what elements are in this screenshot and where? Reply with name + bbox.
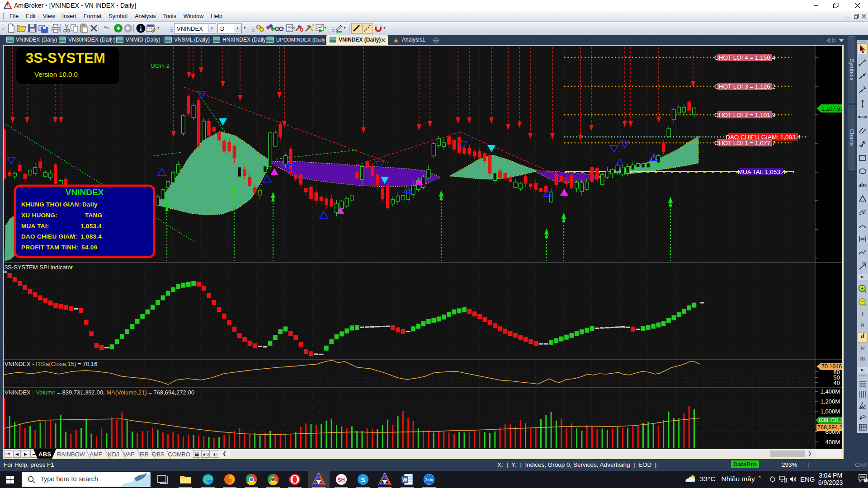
svg-text:i: i <box>140 25 142 32</box>
svg-text:3S-SYSTEM: 3S-SYSTEM <box>26 50 105 66</box>
svg-text:1,107.53: 1,107.53 <box>821 106 842 112</box>
svg-text:1,000M: 1,000M <box>821 408 840 415</box>
svg-text:RAINBOW: RAINBOW <box>57 451 85 458</box>
svg-text:PROFIT TAM TINH:: PROFIT TAM TINH: <box>21 244 78 251</box>
svg-text:W: W <box>402 477 408 483</box>
svg-text:54.09: 54.09 <box>81 244 97 251</box>
svg-text:XU HUONG:: XU HUONG: <box>21 212 57 219</box>
svg-text:839,731,3: 839,731,3 <box>819 417 842 423</box>
svg-text:SH: SH <box>338 477 344 483</box>
svg-text:VAP: VAP <box>123 451 135 458</box>
svg-text:CHOT LOI 3 = 1,126.2: CHOT LOI 3 = 1,126.2 <box>714 83 775 90</box>
svg-text:MUA TAI: 1,053.4: MUA TAI: 1,053.4 <box>738 169 786 175</box>
svg-text:3S-SYSTEM SPI indicator: 3S-SYSTEM SPI indicator <box>5 264 73 271</box>
svg-text:abc: abc <box>859 182 867 188</box>
svg-text:VNINDEX - RSIa(Close,15) = 70.: VNINDEX - RSIa(Close,15) = 70.16 <box>5 361 98 367</box>
svg-text:40: 40 <box>834 380 840 386</box>
svg-text:1: 1 <box>864 479 867 483</box>
svg-text:VNINDEX - Volume = 839,731,392: VNINDEX - Volume = 839,731,392.00, MA(Vo… <box>5 389 194 396</box>
svg-text:AMF: AMF <box>90 451 102 458</box>
svg-text:MUA TAI:: MUA TAI: <box>21 223 49 230</box>
svg-text:1,053.4: 1,053.4 <box>80 223 102 230</box>
svg-text:DAO CHIEU GIAM:: DAO CHIEU GIAM: <box>21 233 77 240</box>
svg-text:S: S <box>361 476 365 483</box>
svg-text:CHOT LOI 1 = 1,077.7: CHOT LOI 1 = 1,077.7 <box>714 140 775 146</box>
svg-text:Version 10.0.0: Version 10.0.0 <box>34 70 78 78</box>
svg-text:VNINDEX: VNINDEX <box>66 188 104 197</box>
svg-text:KHUNG THOI GIAN:: KHUNG THOI GIAN: <box>21 201 81 208</box>
svg-text:OBS: OBS <box>152 451 165 458</box>
svg-text:1,200M: 1,200M <box>821 398 840 405</box>
svg-text:FIB: FIB <box>139 451 148 458</box>
svg-text:GOm 2: GOm 2 <box>151 62 170 69</box>
svg-text:1,400M: 1,400M <box>821 388 840 395</box>
svg-text:CHOT LOI 2 = 1,101.9: CHOT LOI 2 = 1,101.9 <box>714 112 775 118</box>
svg-text:70.1646: 70.1646 <box>821 363 842 370</box>
svg-text:COMBO: COMBO <box>168 451 190 458</box>
svg-text:CHOT LOI 4 = 1,150.4: CHOT LOI 4 = 1,150.4 <box>714 54 776 61</box>
svg-text:Daily: Daily <box>82 201 98 208</box>
svg-text:TANG: TANG <box>85 212 102 219</box>
svg-text:Zalo: Zalo <box>425 478 434 482</box>
svg-text:ABS: ABS <box>38 451 52 458</box>
svg-text:768,694,2: 768,694,2 <box>817 424 842 431</box>
svg-text:400M: 400M <box>825 439 840 446</box>
svg-text:KDJ: KDJ <box>108 451 119 458</box>
svg-text:1,083.4: 1,083.4 <box>80 233 102 240</box>
